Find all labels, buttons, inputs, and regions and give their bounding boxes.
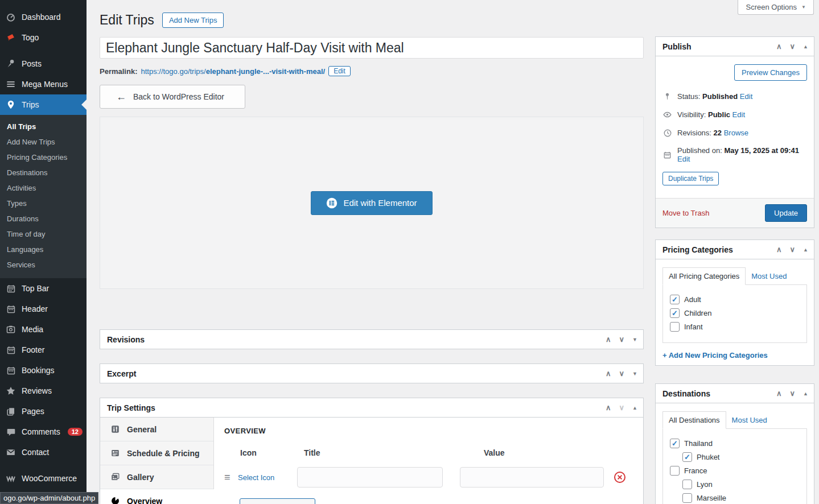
move-down-icon[interactable]: ∨ [619, 335, 625, 344]
permalink-edit-button[interactable]: Edit [328, 66, 351, 76]
checkbox-lyon[interactable]: ✓ [682, 480, 692, 489]
sidebar-item-footer[interactable]: Footer [0, 340, 87, 360]
sidebar-item-pages[interactable]: Pages [0, 401, 87, 422]
move-down-icon[interactable]: ∨ [619, 369, 625, 378]
tab-schedule-pricing[interactable]: Schedule & Pricing [100, 441, 213, 465]
duplicate-trips-button[interactable]: Duplicate Trips [662, 172, 719, 185]
pricing-categories-header[interactable]: Pricing Categories ∧ ∨ ▲ [656, 240, 814, 259]
move-down-icon[interactable]: ∨ [619, 403, 625, 412]
status-edit-link[interactable]: Edit [740, 92, 752, 101]
wp-admin-page: Dashboard Togo Posts Mega Menus Trips Al… [0, 0, 819, 504]
chevron-down-icon: ▼ [801, 5, 806, 10]
submenu-item-time-of-day[interactable]: Time of day [0, 226, 87, 242]
move-down-icon[interactable]: ∨ [790, 245, 796, 254]
trip-title-input[interactable] [100, 37, 644, 59]
excerpt-metabox-header[interactable]: Excerpt ∧ ∨ ▼ [100, 364, 643, 383]
overview-value-input[interactable] [460, 467, 604, 488]
tab-gallery[interactable]: Gallery [100, 465, 213, 489]
submenu-item-types[interactable]: Types [0, 196, 87, 211]
select-icon-link[interactable]: Select Icon [238, 473, 297, 482]
screen-options-button[interactable]: Screen Options ▼ [738, 0, 814, 15]
destination-item: ✓ France [670, 466, 800, 476]
overview-tab-panel: OVERVIEW Icon Title Value ≡ Select Icon [214, 418, 643, 504]
pricing-categories-title: Pricing Categories [662, 245, 776, 254]
submenu-item-pricing-categories[interactable]: Pricing Categories [0, 150, 87, 165]
toggle-panel-icon[interactable]: ▼ [632, 371, 637, 377]
add-new-row-button[interactable] [240, 498, 315, 504]
sidebar-item-woocommerce[interactable]: WooCommerce [0, 468, 87, 489]
checkbox-france[interactable]: ✓ [670, 466, 680, 476]
submenu-item-services[interactable]: Services [0, 257, 87, 272]
publish-title: Publish [662, 42, 776, 51]
move-up-icon[interactable]: ∧ [776, 245, 782, 254]
visibility-edit-link[interactable]: Edit [732, 110, 745, 119]
drag-handle-icon[interactable]: ≡ [224, 472, 234, 484]
camera-icon [5, 324, 17, 335]
sidebar-item-trips[interactable]: Trips [0, 94, 87, 115]
update-button[interactable]: Update [765, 204, 807, 222]
tab-all-pricing-categories[interactable]: All Pricing Categories [662, 267, 746, 285]
move-up-icon[interactable]: ∧ [606, 403, 611, 412]
submenu-item-all-trips[interactable]: All Trips [0, 119, 87, 134]
sidebar-item-mega-menus[interactable]: Mega Menus [0, 74, 87, 94]
submenu-item-add-new-trips[interactable]: Add New Trips [0, 134, 87, 150]
sidebar-item-togo[interactable]: Togo [0, 27, 87, 48]
toggle-panel-icon[interactable]: ▲ [803, 44, 808, 49]
delete-row-icon[interactable] [614, 471, 626, 484]
tab-label: General [127, 425, 157, 434]
trip-settings-header[interactable]: Trip Settings ∧ ∨ ▲ [100, 398, 643, 417]
overview-title-input[interactable] [297, 467, 443, 488]
move-down-icon[interactable]: ∨ [790, 389, 796, 398]
submenu-item-languages[interactable]: Languages [0, 242, 87, 257]
checkbox-marseille[interactable]: ✓ [682, 493, 692, 503]
submenu-item-durations[interactable]: Durations [0, 211, 87, 226]
checkbox-thailand[interactable]: ✓ [670, 439, 680, 448]
back-to-wordpress-editor-button[interactable]: ← Back to WordPress Editor [100, 85, 245, 109]
destinations-header[interactable]: Destinations ∧ ∨ ▲ [656, 384, 814, 403]
checkbox-adult[interactable]: ✓ [670, 295, 680, 304]
pie-chart-icon [110, 496, 120, 504]
sidebar-item-media[interactable]: Media [0, 319, 87, 340]
submenu-item-activities[interactable]: Activities [0, 180, 87, 196]
revisions-metabox-header[interactable]: Revisions ∧ ∨ ▼ [100, 330, 643, 349]
move-up-icon[interactable]: ∧ [776, 42, 782, 51]
sidebar-item-reviews[interactable]: Reviews [0, 381, 87, 401]
checkbox-infant[interactable]: ✓ [670, 322, 680, 332]
tab-all-destinations[interactable]: All Destinations [662, 411, 726, 429]
comment-icon [5, 426, 17, 437]
trip-settings-title: Trip Settings [107, 403, 606, 412]
published-edit-link[interactable]: Edit [677, 155, 690, 163]
preview-changes-button[interactable]: Preview Changes [734, 64, 807, 81]
sidebar-item-bookings[interactable]: Bookings [0, 360, 87, 381]
sidebar-item-header[interactable]: Header [0, 299, 87, 319]
edit-with-elementor-button[interactable]: Edit with Elementor [311, 191, 432, 215]
toggle-panel-icon[interactable]: ▲ [803, 247, 808, 253]
sidebar-item-dashboard[interactable]: Dashboard [0, 7, 87, 27]
tab-most-used[interactable]: Most Used [746, 268, 792, 284]
move-up-icon[interactable]: ∧ [776, 389, 782, 398]
tab-most-used[interactable]: Most Used [726, 412, 773, 428]
toggle-panel-icon[interactable]: ▲ [632, 405, 637, 411]
publish-panel-header[interactable]: Publish ∧ ∨ ▲ [656, 37, 814, 56]
add-new-pricing-categories-link[interactable]: + Add New Pricing Categories [662, 351, 768, 360]
move-up-icon[interactable]: ∧ [606, 369, 611, 378]
tab-general[interactable]: General [100, 418, 213, 441]
toggle-panel-icon[interactable]: ▲ [803, 391, 808, 396]
permalink-link[interactable]: https://togo.go/trips/elephant-jungle-..… [141, 67, 325, 76]
add-new-trips-button[interactable]: Add New Trips [162, 13, 224, 28]
sidebar-item-posts[interactable]: Posts [0, 53, 87, 74]
toggle-panel-icon[interactable]: ▼ [632, 337, 637, 342]
checkbox-phuket[interactable]: ✓ [682, 452, 692, 462]
gallery-icon [110, 472, 120, 482]
move-to-trash-link[interactable]: Move to Trash [662, 209, 709, 217]
move-down-icon[interactable]: ∨ [790, 42, 796, 51]
sidebar-item-contact[interactable]: Contact [0, 442, 87, 462]
sidebar-item-label: Dashboard [22, 13, 61, 22]
revisions-browse-link[interactable]: Browse [724, 129, 748, 137]
move-up-icon[interactable]: ∧ [606, 335, 611, 344]
sidebar-item-comments[interactable]: Comments 12 [0, 422, 87, 442]
tab-overview[interactable]: Overview [100, 489, 214, 504]
sidebar-item-top-bar[interactable]: Top Bar [0, 278, 87, 299]
checkbox-children[interactable]: ✓ [670, 308, 680, 318]
submenu-item-destinations[interactable]: Destinations [0, 165, 87, 180]
